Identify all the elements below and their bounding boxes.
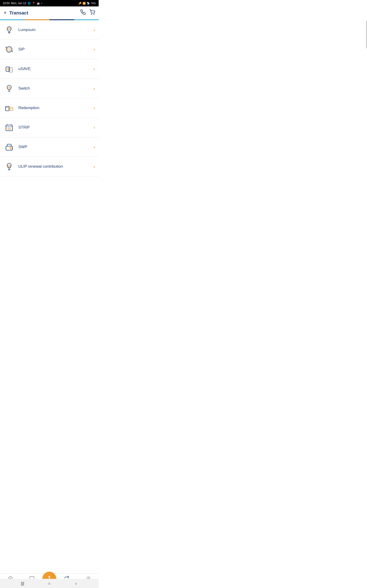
phone-icon[interactable] [80, 9, 86, 16]
ulip-arrow: › [94, 164, 95, 169]
progress-seg-1 [0, 19, 25, 20]
svg-text:₹: ₹ [9, 28, 10, 30]
redemption-label: Redemption [18, 106, 94, 110]
status-right: 🔑 📶 📡 76% [78, 2, 96, 5]
progress-seg-2 [25, 19, 50, 20]
status-date: Mon, Jun 12 [11, 2, 26, 5]
swp-icon [4, 141, 15, 153]
signal-icon: 📡 [87, 2, 90, 5]
cart-icon[interactable] [90, 9, 95, 16]
android-sys-nav: ||| ○ ‹ [0, 579, 99, 588]
nav-left: × Transact [4, 10, 28, 16]
usave-label: uSAVE [18, 67, 94, 71]
location-icon: 📍 [32, 2, 35, 5]
list-item[interactable]: ₹ uSAVE › [0, 59, 99, 79]
list-item[interactable]: ₹ Lumpsum › [0, 20, 99, 40]
key-icon: 🔑 [78, 2, 82, 5]
svg-point-1 [94, 14, 94, 15]
status-time: 18:50 [3, 2, 10, 5]
menu-list: ₹ Lumpsum › ₹ SIP › [0, 20, 99, 176]
lumpsum-icon: ₹ [4, 24, 15, 35]
switch-label: Switch [18, 86, 94, 91]
chrome-icon: 🌐 [27, 2, 31, 5]
redemption-icon [4, 103, 15, 113]
strip-arrow: › [94, 125, 95, 130]
strip-label: STRIP [18, 125, 94, 130]
svg-point-0 [91, 14, 92, 15]
ulip-label: ULIP renewal contribution [18, 164, 94, 169]
progress-seg-4 [74, 19, 99, 20]
swp-arrow: › [94, 145, 95, 149]
usave-arrow: › [94, 67, 95, 71]
wifi-icon: 📶 [83, 2, 86, 5]
usave-icon: ₹ [4, 63, 15, 74]
list-item[interactable]: Switch › [0, 79, 99, 98]
ulip-icon [4, 161, 15, 172]
close-button[interactable]: × [4, 10, 7, 16]
sip-arrow: › [94, 47, 95, 52]
list-item[interactable]: SWP › [0, 137, 99, 157]
svg-point-11 [10, 69, 11, 71]
battery-level: 76% [91, 2, 96, 5]
page-title: Transact [9, 10, 28, 16]
dot-icon: • [41, 2, 42, 5]
switch-arrow: › [94, 86, 95, 91]
list-item[interactable]: ₹ SIP › [0, 40, 99, 59]
progress-strip [0, 19, 99, 20]
lumpsum-arrow: › [94, 27, 95, 32]
list-item[interactable]: Redemption › [0, 98, 99, 118]
svg-text:₹: ₹ [9, 49, 10, 51]
home-button[interactable]: ○ [46, 580, 52, 587]
android-nav-bar: ||| ○ ‹ [0, 579, 99, 588]
switch-icon [4, 83, 15, 94]
redemption-arrow: › [94, 106, 95, 111]
list-item[interactable]: ULIP renewal contribution › [0, 157, 99, 176]
top-nav: × Transact [0, 6, 99, 19]
strip-icon [4, 122, 15, 133]
content-area: ₹ Lumpsum › ₹ SIP › [0, 20, 99, 200]
nav-right [80, 9, 95, 16]
sip-icon: ₹ [4, 44, 15, 55]
android-icon: 🤖 [37, 2, 40, 5]
lumpsum-label: Lumpsum [18, 27, 94, 32]
list-item[interactable]: STRIP › [0, 118, 99, 137]
progress-seg-3 [49, 19, 74, 20]
back-button[interactable]: ‹ [73, 580, 79, 587]
swp-label: SWP [18, 145, 94, 149]
status-bar: 18:50 Mon, Jun 12 🌐 📍 🤖 • 🔑 📶 📡 76% [0, 0, 99, 6]
recents-button[interactable]: ||| [19, 580, 26, 587]
status-left: 18:50 Mon, Jun 12 🌐 📍 🤖 • [3, 2, 42, 5]
sip-label: SIP [18, 47, 94, 52]
